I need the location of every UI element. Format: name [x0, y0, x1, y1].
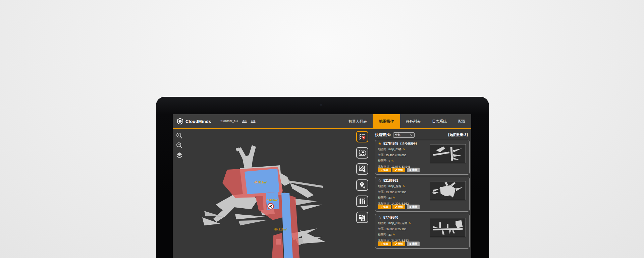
map-card-actions: 修改 复制 删除 — [378, 242, 420, 246]
map-floor-value: 33 — [388, 233, 391, 236]
map-card-details: 地图名:map_33楼✎ 长宽:25.400 × 50.000 楼层号:1✎ 坐… — [378, 147, 432, 169]
map-card-details: 地图名:map_33层走廊✎ 长宽:56.600 × 25.100 楼层号:33… — [378, 221, 432, 243]
map-card: ☆ 87749840 地图名:map_33层走廊✎ 长宽:56.600 × 25… — [375, 214, 470, 249]
fullscreen-link[interactable]: 全屏 — [251, 120, 256, 123]
map-floor-label: 楼层号: — [378, 196, 387, 200]
main-nav: 机器人列表 地图操作 任务列表 日志系统 配置 — [343, 114, 471, 128]
quick-search-label: 快速查找: — [375, 132, 391, 137]
map-card: ☆ 82186961 地图名:map_腿腿✎ 长宽:23.200 × 22.90… — [375, 177, 470, 212]
edit-map-button[interactable]: 修改 — [378, 242, 391, 246]
map-id: 51764845 — [383, 142, 398, 145]
desktop-background: CloudMinds 欢迎BJDT2_Test 退出 全屏 机器人列表 地图操作… — [0, 0, 644, 258]
map-name-value: map_33楼 — [388, 147, 401, 152]
map-card-details: 地图名:map_腿腿✎ 长宽:23.200 × 22.900 楼层号:33✎ 坐… — [378, 184, 432, 206]
favorite-star-icon[interactable]: ☆ — [378, 179, 381, 182]
map-name-label: 地图名: — [378, 147, 387, 152]
edit-name-pencil-icon[interactable]: ✎ — [409, 222, 411, 225]
cloudminds-logo-icon — [177, 118, 183, 125]
map-size-label: 长宽: — [378, 153, 384, 157]
favorite-star-icon[interactable]: ☆ — [378, 216, 381, 219]
zoom-in-icon[interactable] — [176, 132, 183, 139]
map-upload-icon[interactable] — [356, 212, 368, 223]
laptop-bezel: CloudMinds 欢迎BJDT2_Test 退出 全屏 机器人列表 地图操作… — [156, 97, 489, 258]
nav-config[interactable]: 配置 — [452, 114, 471, 128]
webcam-dot — [320, 104, 322, 106]
edit-name-pencil-icon[interactable]: ✎ — [403, 148, 406, 151]
content-area: 40.519m² 8.614m² 80.215m² — [173, 129, 471, 258]
edit-map-button[interactable]: 修改 — [378, 205, 391, 209]
app-screen: CloudMinds 欢迎BJDT2_Test 退出 全屏 机器人列表 地图操作… — [173, 114, 471, 258]
chevron-down-icon — [410, 134, 413, 136]
edit-floor-pencil-icon[interactable]: ✎ — [393, 197, 395, 200]
area-label-corridor: 80.215m² — [274, 228, 287, 231]
map-name-value: map_33层走廊 — [388, 221, 407, 225]
map-card-actions: 修改 复制 删除 — [378, 168, 420, 172]
area-label-small-room: 8.614m² — [267, 199, 278, 202]
map-filter-value: 全部 — [395, 133, 410, 137]
layers-icon[interactable] — [176, 152, 183, 159]
quick-search-row: 快速查找: 全部 【地图数量:3】 — [375, 132, 470, 138]
logout-link[interactable]: 退出 — [242, 120, 247, 123]
map-thumbnail[interactable] — [430, 181, 466, 200]
map-select-area-icon[interactable] — [356, 147, 368, 159]
map-floor-label: 楼层号: — [378, 233, 387, 237]
edit-floor-pencil-icon[interactable]: ✎ — [393, 233, 395, 236]
edit-name-pencil-icon[interactable]: ✎ — [402, 185, 405, 188]
map-canvas[interactable]: 40.519m² 8.614m² 80.215m² — [173, 129, 330, 258]
map-card: ★ 51764845 (12号使用中) 地图名:map_33楼✎ 长宽:25.4… — [375, 140, 470, 175]
nav-log-system[interactable]: 日志系统 — [426, 114, 452, 128]
brand-name: CloudMinds — [185, 119, 211, 124]
map-id: 82186961 — [383, 179, 398, 182]
map-controls — [176, 132, 183, 159]
copy-map-button[interactable]: 复制 — [392, 168, 405, 172]
zoom-out-icon[interactable] — [176, 142, 183, 149]
map-count-badge: 【地图数量:3】 — [446, 133, 470, 137]
map-size-value: 25.400 × 50.000 — [385, 154, 406, 157]
delete-map-button[interactable]: 删除 — [407, 168, 420, 172]
map-size-label: 长宽: — [378, 190, 384, 194]
map-floor-label: 楼层号: — [378, 159, 387, 163]
map-name-label: 地图名: — [378, 184, 387, 188]
map-toolbar — [356, 131, 368, 223]
map-thumbnail[interactable] — [430, 218, 466, 237]
delete-map-button[interactable]: 删除 — [407, 205, 420, 209]
map-name-value: map_腿腿 — [388, 184, 401, 188]
map-id: 87749840 — [383, 216, 398, 219]
map-size-value: 56.600 × 25.100 — [385, 227, 406, 231]
map-list-panel: 快速查找: 全部 【地图数量:3】 ★ 517648 — [375, 132, 470, 249]
map-card-actions: 修改 复制 删除 — [378, 205, 420, 209]
area-label-large-room: 40.519m² — [254, 181, 267, 184]
nav-task-list[interactable]: 任务列表 — [400, 114, 426, 128]
map-size-value: 23.200 × 22.900 — [385, 190, 406, 194]
brand: CloudMinds — [177, 118, 211, 125]
add-virtual-wall-icon[interactable] — [356, 163, 368, 175]
map-filter-dropdown[interactable]: 全部 — [393, 132, 415, 138]
favorite-star-icon[interactable]: ★ — [378, 142, 381, 145]
top-navigation-bar: CloudMinds 欢迎BJDT2_Test 退出 全屏 机器人列表 地图操作… — [173, 114, 471, 128]
map-size-label: 长宽: — [378, 227, 384, 231]
welcome-text: 欢迎BJDT2_Test — [220, 120, 238, 123]
edit-floor-pencil-icon[interactable]: ✎ — [391, 160, 394, 163]
nav-robot-list[interactable]: 机器人列表 — [343, 114, 373, 128]
map-floor-value: 1 — [388, 159, 390, 163]
nav-map-operation[interactable]: 地图操作 — [373, 114, 400, 128]
edit-map-button[interactable]: 修改 — [378, 168, 391, 172]
delete-map-button[interactable]: 删除 — [407, 242, 420, 246]
map-name-label: 地图名: — [378, 221, 387, 225]
map-thumbnail[interactable] — [430, 144, 466, 163]
map-marker-icon[interactable] — [356, 196, 368, 207]
map-floor-value: 33 — [388, 196, 391, 200]
copy-map-button[interactable]: 复制 — [392, 205, 405, 209]
map-usage-status: (12号使用中) — [400, 142, 417, 146]
robot-marker-icon — [268, 204, 274, 209]
add-point-icon[interactable] — [356, 179, 368, 191]
map-task-list-icon[interactable] — [356, 131, 368, 142]
copy-map-button[interactable]: 复制 — [392, 242, 405, 246]
